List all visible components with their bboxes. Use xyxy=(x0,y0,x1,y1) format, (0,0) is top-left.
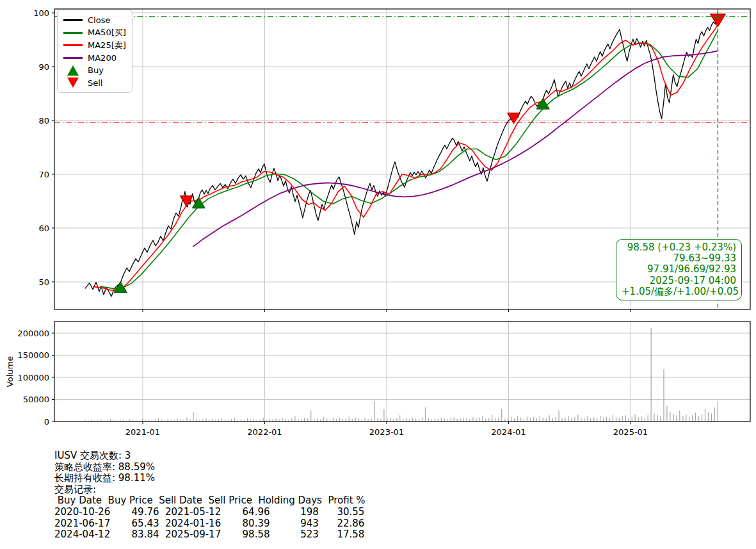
trades-table-header: Buy Date Buy Price Sell Date Sell Price … xyxy=(54,495,366,507)
volume-bar xyxy=(406,418,406,422)
volume-bar xyxy=(558,411,559,422)
trade-row: 2024-04-12 83.84 2025-09-17 98.58 523 17… xyxy=(54,529,366,541)
volume-bar xyxy=(708,412,709,422)
volume-bar xyxy=(221,418,222,422)
volume-tick-label: 100000 xyxy=(17,373,49,382)
price-tick-label: 80 xyxy=(38,116,49,126)
volume-bar xyxy=(508,418,508,422)
volume-bar xyxy=(263,418,264,422)
volume-bar xyxy=(177,418,177,422)
volume-bar xyxy=(581,418,581,422)
volume-bar xyxy=(666,406,667,422)
trades-table-rows: 2020-10-26 49.76 2021-05-12 64.96 198 30… xyxy=(54,507,366,541)
volume-bar xyxy=(291,418,292,422)
x-tick-label: 2024-01 xyxy=(491,427,526,437)
volume-bar xyxy=(676,415,677,422)
volume-bar xyxy=(358,418,359,422)
volume-tick-label: 50000 xyxy=(23,395,49,404)
legend-line-swatch xyxy=(63,57,83,59)
volume-bar xyxy=(304,418,305,422)
volume-bar xyxy=(530,418,531,422)
legend-line-swatch xyxy=(63,19,83,21)
volume-bar xyxy=(425,407,426,422)
trade-row: 2020-10-26 49.76 2021-05-12 64.96 198 30… xyxy=(54,507,366,518)
volume-bar xyxy=(466,418,467,422)
volume-bar xyxy=(396,418,397,422)
volume-bar xyxy=(520,418,521,422)
volume-bar xyxy=(310,411,311,422)
volume-bar xyxy=(390,418,390,422)
quote-price-line: 98.58 (+0.23 +0.23%) xyxy=(622,242,736,253)
volume-bar xyxy=(374,401,374,422)
volume-bar xyxy=(492,415,492,422)
volume-tick-label: 200000 xyxy=(17,329,49,338)
volume-bar xyxy=(333,418,334,422)
volume-bar xyxy=(428,418,429,422)
legend-line-swatch xyxy=(63,32,83,34)
volume-bar xyxy=(593,417,594,422)
volume-bar xyxy=(346,418,346,422)
volume-bar xyxy=(698,416,699,422)
volume-bar xyxy=(275,418,276,422)
volume-bar xyxy=(692,415,693,422)
volume-bar xyxy=(574,417,575,422)
volume-bar xyxy=(663,370,664,422)
volume-bar xyxy=(479,418,479,422)
volume-bar xyxy=(702,414,702,422)
volume-bar xyxy=(364,418,365,422)
legend-label: Buy xyxy=(88,65,104,75)
legend-item-buy: Buy xyxy=(63,64,127,77)
volume-bar xyxy=(387,418,387,422)
quote-range-line: 79.63~99.33 xyxy=(622,253,736,264)
volume-bar xyxy=(641,416,642,422)
volume-bar xyxy=(495,418,495,422)
volume-bar xyxy=(635,414,636,422)
volume-bar xyxy=(625,415,626,422)
volume-bar xyxy=(355,418,356,422)
volume-bar xyxy=(514,418,515,422)
quote-ma-line: 97.91/96.69/92.93 xyxy=(622,264,736,275)
volume-axis-label: Volume xyxy=(5,356,15,387)
volume-bar xyxy=(555,417,556,422)
volume-bar xyxy=(603,418,604,422)
volume-bar xyxy=(632,416,632,422)
volume-bar xyxy=(606,416,607,422)
volume-bar xyxy=(718,401,718,422)
volume-bar xyxy=(584,418,584,422)
volume-bar xyxy=(590,418,591,422)
buy-triangle-icon xyxy=(63,65,83,76)
volume-bar xyxy=(463,418,463,422)
volume-bar xyxy=(619,418,620,422)
volume-bar xyxy=(282,418,282,422)
price-tick-label: 90 xyxy=(38,62,49,72)
legend-label: MA50[买] xyxy=(88,27,126,38)
volume-bar xyxy=(441,418,442,422)
volume-bar xyxy=(339,418,340,422)
volume-bar xyxy=(670,412,670,422)
volume-bar xyxy=(647,415,648,422)
volume-bar xyxy=(472,417,473,422)
volume-bar xyxy=(609,418,610,422)
volume-bar xyxy=(660,416,661,422)
volume-bar xyxy=(435,418,435,422)
volume-bar xyxy=(682,416,683,422)
volume-bar xyxy=(349,416,350,422)
volume-bar xyxy=(540,416,540,422)
volume-bar xyxy=(307,418,308,422)
volume-bar xyxy=(638,417,639,422)
volume-bar xyxy=(517,416,518,422)
volume-bar xyxy=(543,418,543,422)
volume-bar xyxy=(705,409,705,422)
volume-bar xyxy=(527,416,527,422)
volume-bar xyxy=(234,418,235,422)
quote-info-box: 98.58 (+0.23 +0.23%) 79.63~99.33 97.91/9… xyxy=(616,239,742,300)
volume-bar xyxy=(645,418,645,422)
volume-bar xyxy=(686,414,686,422)
volume-bar xyxy=(597,418,597,422)
volume-bar xyxy=(498,418,499,422)
volume-bar xyxy=(679,411,680,422)
volume-bar xyxy=(193,413,193,422)
volume-bar xyxy=(565,418,565,422)
volume-bar xyxy=(317,418,318,422)
volume-bar xyxy=(326,418,327,422)
